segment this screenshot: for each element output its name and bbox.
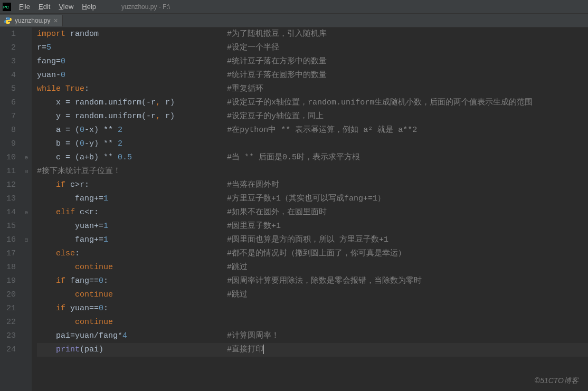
svg-text:PC: PC <box>3 5 9 9</box>
fold-marker[interactable] <box>21 261 32 274</box>
code-line[interactable]: fang+=1 #方里豆子数+1（其实也可以写成fang+=1） <box>37 192 588 206</box>
line-number: 5 <box>0 82 16 96</box>
fold-marker[interactable] <box>21 302 32 316</box>
line-number: 2 <box>0 41 16 55</box>
line-number: 8 <box>0 123 16 137</box>
code-line[interactable]: b = (0-y) ** 2 <box>37 137 588 151</box>
tabbar: yuznzhou.py × <box>0 14 588 27</box>
code-content[interactable]: import random #为了随机撒豆，引入随机库r=5 #设定一个半径fa… <box>32 27 588 391</box>
watermark: ©51CTO博客 <box>535 376 578 386</box>
code-line[interactable]: fang+=1 #圆里面也算是方的面积，所以 方里豆子数+1 <box>37 233 588 247</box>
fold-marker[interactable]: ⊖ <box>21 151 32 165</box>
fold-marker[interactable]: ⊖ <box>21 206 32 220</box>
fold-marker[interactable] <box>21 110 32 123</box>
code-line[interactable]: pai=yuan/fang*4 #计算圆周率！ <box>37 329 588 343</box>
line-number: 7 <box>0 110 16 123</box>
editor-area[interactable]: 123456789101112131415161718192021222324 … <box>0 27 588 391</box>
code-line[interactable]: fang=0 #统计豆子落在方形中的数量 <box>37 55 588 69</box>
code-line[interactable]: import random #为了随机撒豆，引入随机库 <box>37 27 588 41</box>
menu-help[interactable]: Help <box>78 2 100 12</box>
fold-marker[interactable] <box>21 55 32 69</box>
code-line[interactable]: c = (a+b) ** 0.5 #当 ** 后面是0.5时，表示求平方根 <box>37 151 588 165</box>
fold-marker[interactable] <box>21 220 32 233</box>
code-line[interactable]: #接下来统计豆子位置！ <box>37 165 588 178</box>
code-line[interactable]: a = (0-x) ** 2 #在python中 ** 表示幂运算，例如 a² … <box>37 123 588 137</box>
line-number: 11 <box>0 165 16 178</box>
fold-marker[interactable] <box>21 247 32 261</box>
fold-marker[interactable]: ⊟ <box>21 165 32 178</box>
fold-marker[interactable] <box>21 96 32 110</box>
line-number: 24 <box>0 343 16 357</box>
line-number: 1 <box>0 27 16 41</box>
python-file-icon <box>4 17 12 24</box>
code-line[interactable]: x = random.uniform(-r, r) #设定豆子的x轴位置，ran… <box>37 96 588 110</box>
line-number: 20 <box>0 288 16 302</box>
code-line[interactable]: elif c<r: #如果不在圆外，在圆里面时 <box>37 206 588 220</box>
code-line[interactable]: if c>r: #当落在圆外时 <box>37 178 588 192</box>
line-number: 4 <box>0 69 16 82</box>
line-number: 21 <box>0 302 16 316</box>
line-number: 19 <box>0 274 16 288</box>
line-number: 9 <box>0 137 16 151</box>
fold-marker[interactable] <box>21 343 32 357</box>
line-number: 3 <box>0 55 16 69</box>
line-number: 12 <box>0 178 16 192</box>
code-line[interactable]: continue #跳过 <box>37 288 588 302</box>
code-line[interactable]: if yuan==0: <box>37 302 588 316</box>
fold-marker[interactable] <box>21 41 32 55</box>
window-path: yuznzhou.py - F:\ <box>121 3 170 11</box>
fold-gutter: ⊖⊟⊖⊟ <box>21 27 32 391</box>
fold-marker[interactable] <box>21 27 32 41</box>
line-number: 18 <box>0 261 16 274</box>
fold-marker[interactable] <box>21 178 32 192</box>
fold-marker[interactable] <box>21 192 32 206</box>
titlebar: PC File Edit View Help yuznzhou.py - F:\ <box>0 0 588 14</box>
line-number: 23 <box>0 329 16 343</box>
fold-marker[interactable] <box>21 329 32 343</box>
svg-point-2 <box>6 17 7 18</box>
code-line[interactable]: else: #都不是的情况时（撒到圆上面了，你可真是幸运） <box>37 247 588 261</box>
close-icon[interactable]: × <box>53 17 58 24</box>
editor-tab[interactable]: yuznzhou.py × <box>0 15 63 26</box>
line-number: 16 <box>0 233 16 247</box>
line-number: 10 <box>0 151 16 165</box>
line-number: 17 <box>0 247 16 261</box>
fold-marker[interactable] <box>21 288 32 302</box>
menu-file[interactable]: File <box>15 2 34 12</box>
menu-view[interactable]: View <box>54 2 78 12</box>
tab-filename: yuznzhou.py <box>15 17 50 24</box>
fold-marker[interactable] <box>21 123 32 137</box>
code-line[interactable]: continue <box>37 316 588 329</box>
code-line[interactable]: y = random.uniform(-r, r) #设定豆子的y轴位置，同上 <box>37 110 588 123</box>
line-number: 15 <box>0 220 16 233</box>
line-number: 6 <box>0 96 16 110</box>
menubar: File Edit View Help <box>15 2 100 12</box>
code-line[interactable]: r=5 #设定一个半径 <box>37 41 588 55</box>
code-line[interactable]: print(pai) #直接打印 <box>37 343 588 357</box>
menu-edit[interactable]: Edit <box>34 2 54 12</box>
code-line[interactable]: continue #跳过 <box>37 261 588 274</box>
code-line[interactable]: yuan-0 #统计豆子落在圆形中的数量 <box>37 69 588 82</box>
line-number: 14 <box>0 206 16 220</box>
line-number-gutter: 123456789101112131415161718192021222324 <box>0 27 21 391</box>
fold-marker[interactable] <box>21 137 32 151</box>
fold-marker[interactable]: ⊟ <box>21 233 32 247</box>
fold-marker[interactable] <box>21 69 32 82</box>
fold-marker[interactable] <box>21 316 32 329</box>
code-line[interactable]: if fang==0: #圆周率计算要用除法，除数是零会报错，当除数为零时 <box>37 274 588 288</box>
code-line[interactable]: yuan+=1 #圆里豆子数+1 <box>37 220 588 233</box>
code-line[interactable]: while True: #重复循环 <box>37 82 588 96</box>
fold-marker[interactable] <box>21 82 32 96</box>
line-number: 22 <box>0 316 16 329</box>
fold-marker[interactable] <box>21 274 32 288</box>
line-number: 13 <box>0 192 16 206</box>
app-icon: PC <box>2 2 12 12</box>
svg-point-3 <box>9 22 10 23</box>
